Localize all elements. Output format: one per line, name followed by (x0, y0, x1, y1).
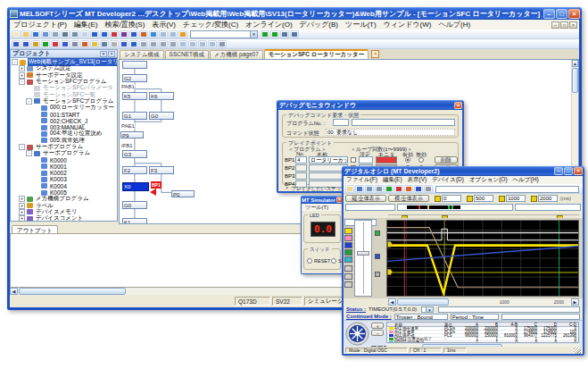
tree-expand-toggle[interactable]: + (19, 196, 25, 202)
cursor-badge-icon[interactable] (467, 196, 473, 202)
close-button[interactable]: × (568, 9, 580, 19)
scrollbar-thumb[interactable] (19, 288, 126, 295)
menu-item[interactable]: 検索/置換(S) (101, 20, 148, 29)
toolbar-icon[interactable] (31, 40, 40, 48)
menu-item[interactable]: 編集(E) (380, 176, 405, 184)
toolbar-icon[interactable] (414, 185, 423, 193)
menu-item[interactable]: ツール(T) (342, 20, 380, 29)
toolbar-icon[interactable] (21, 40, 30, 48)
menu-item[interactable]: チェック/変換(C) (179, 20, 242, 29)
toolbar-icon[interactable] (12, 30, 21, 38)
program-name-field[interactable] (352, 119, 455, 126)
toolbar-icon[interactable] (208, 40, 217, 48)
tree-expand-toggle[interactable]: - (19, 79, 25, 85)
sfc-step[interactable]: K1 (122, 218, 147, 224)
horizontal-scale-button[interactable]: 横:全体表示 (388, 195, 429, 202)
toolbar-icon[interactable] (290, 30, 299, 38)
tree-item[interactable]: 001:START (11, 111, 117, 117)
toolbar-icon[interactable] (80, 30, 89, 38)
capture-overview-track[interactable] (397, 204, 513, 211)
toolbar-icon[interactable] (270, 30, 279, 38)
sfc-step-label[interactable]: PAB1 (121, 84, 135, 89)
cursor-value-field[interactable]: 2000 (538, 195, 558, 202)
output-tab[interactable]: アウトプット (12, 225, 58, 233)
sfc-step[interactable]: P0 (171, 190, 195, 197)
toolbar-icon[interactable] (100, 40, 109, 48)
reset-radio[interactable] (307, 258, 312, 264)
scrollbar-thumb[interactable] (397, 298, 449, 306)
toolbar-icon[interactable] (424, 185, 433, 193)
menu-item[interactable]: デバイス(D) (429, 176, 467, 184)
tree-item[interactable]: K0004 (11, 183, 117, 189)
dialog-close-button[interactable]: × (454, 102, 462, 109)
menu-item[interactable]: プロジェクト(P) (10, 20, 70, 29)
sfc-step[interactable]: G1 (122, 112, 147, 120)
toolbar-icon[interactable] (149, 40, 158, 48)
set-radio[interactable] (331, 258, 336, 264)
menu-item[interactable]: オプション(O) (467, 176, 510, 184)
tree-expand-toggle[interactable]: + (19, 215, 25, 222)
toolbar-combobox[interactable]: ▾ (190, 30, 258, 38)
toolbar-text-field[interactable] (435, 186, 579, 193)
zoom-in-button[interactable]: ＋ (371, 323, 384, 329)
toolbar-icon[interactable] (178, 30, 187, 38)
bp-name-field[interactable]: ロータリーカッター (309, 156, 348, 164)
toolbar-icon[interactable] (365, 185, 374, 193)
toolbar-icon[interactable] (178, 40, 187, 48)
toolbar-icon[interactable] (375, 185, 384, 193)
toolbar-icon[interactable] (70, 40, 79, 48)
toolbar-icon[interactable] (100, 30, 109, 38)
capture-info-field[interactable] (345, 204, 395, 211)
tree-item[interactable]: K0001 (11, 164, 117, 170)
vertical-scale-slider[interactable] (354, 220, 372, 297)
program-no-field[interactable] (333, 119, 349, 126)
toolbar-icon[interactable] (12, 40, 21, 48)
menu-item[interactable]: ファイル(F) (344, 176, 380, 184)
tab-close-icon[interactable]: × (371, 50, 379, 58)
tree-expand-toggle[interactable]: + (19, 209, 25, 215)
sfc-step-label[interactable]: PAE1 (121, 123, 135, 129)
sfc-step[interactable]: G2 (122, 74, 147, 82)
cursor-badge-icon[interactable] (435, 196, 441, 202)
channel-button[interactable] (344, 281, 352, 288)
toolbar-icon[interactable] (404, 185, 413, 193)
menu-item[interactable]: デバッグ(B) (296, 20, 342, 29)
panel-close-icon[interactable]: × (108, 51, 115, 57)
mode-detail-field[interactable] (501, 314, 580, 320)
toolbar-icon[interactable] (394, 185, 403, 193)
channel-color-chip[interactable] (344, 235, 352, 241)
tree-expand-toggle[interactable]: - (26, 150, 32, 156)
tree-item[interactable]: + デバイスコメント (11, 215, 117, 222)
toolbar-icon[interactable] (120, 30, 128, 38)
sfc-step[interactable]: X0 (122, 182, 149, 191)
sfc-step-label[interactable]: IFB1 (121, 143, 133, 148)
toolbar-icon[interactable] (51, 40, 60, 48)
toolbar-icon[interactable] (159, 40, 168, 48)
sfc-step[interactable]: F3 (149, 166, 174, 174)
sfc-step[interactable]: F2 (122, 166, 147, 174)
period-field[interactable]: Period : Time (451, 314, 499, 320)
sfc-step[interactable]: P9 (120, 131, 144, 138)
toolbar-icon[interactable] (51, 30, 60, 38)
toolbar-icon[interactable] (110, 40, 119, 48)
minimize-button[interactable]: – (554, 167, 563, 175)
toolbar-icon[interactable] (385, 185, 393, 193)
bp-enable-radio[interactable] (405, 157, 410, 163)
zoom-out-button[interactable]: － (371, 330, 384, 336)
toolbar-icon[interactable] (188, 40, 197, 48)
channel-color-chip[interactable] (344, 256, 352, 263)
tree-expand-toggle[interactable]: + (19, 72, 25, 79)
sfc-step[interactable] (122, 61, 147, 69)
cursor-badge-icon[interactable] (531, 196, 537, 202)
menu-item[interactable]: ウィンドウ(W) (380, 20, 435, 29)
toolbar-icon[interactable] (31, 30, 40, 38)
capture-range-field[interactable] (515, 204, 581, 211)
sfc-step[interactable]: G3 (122, 150, 147, 158)
toolbar-icon[interactable] (70, 30, 79, 38)
menu-item[interactable]: 表示(V) (405, 176, 430, 184)
resize-grip[interactable] (574, 348, 581, 354)
trigger-marker-blue[interactable] (375, 254, 380, 259)
tree-expand-toggle[interactable]: - (12, 59, 18, 65)
toolbar-icon[interactable] (355, 185, 364, 193)
cursor-badge-icon[interactable] (499, 196, 505, 202)
